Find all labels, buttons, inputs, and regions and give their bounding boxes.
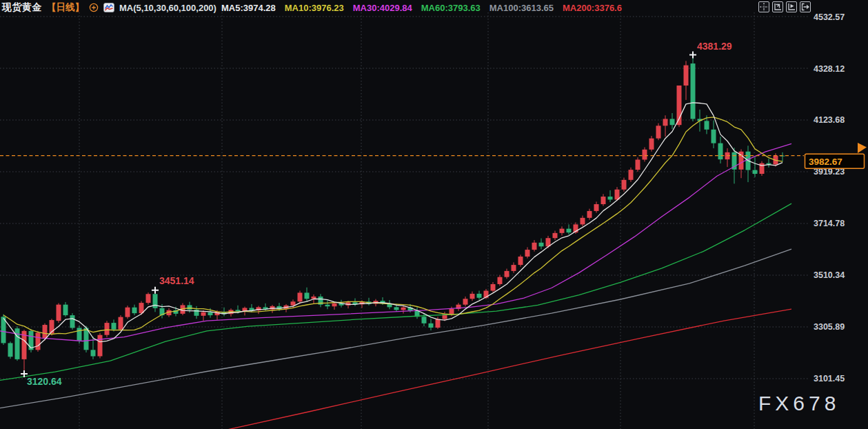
- candle-body: [436, 319, 441, 328]
- ma5-line: [3, 103, 783, 348]
- candle-body: [636, 159, 640, 170]
- candle-body: [325, 305, 330, 307]
- y-axis-label: 4328.12: [814, 64, 845, 74]
- chart-play-icon[interactable]: [786, 1, 797, 12]
- candle-body: [332, 303, 337, 306]
- candle-body: [401, 308, 406, 310]
- candle-body: [125, 308, 130, 317]
- export-right-icon[interactable]: [800, 1, 811, 12]
- candle-body: [236, 310, 241, 311]
- candle-body: [587, 211, 592, 218]
- cross-marker: [152, 287, 159, 294]
- candle-body: [560, 229, 565, 233]
- ma10-line: [3, 117, 783, 335]
- candle-body: [539, 243, 544, 247]
- ma-legend-item: MA200:3376.6: [563, 3, 622, 13]
- add-indicator-icon[interactable]: [89, 3, 99, 12]
- candle-body: [63, 305, 68, 315]
- candle-body: [84, 328, 89, 350]
- candle-body: [312, 297, 316, 299]
- candle-body: [146, 294, 151, 303]
- y-axis-label: 4123.68: [814, 115, 845, 125]
- candle-body: [670, 119, 675, 125]
- candle-body: [477, 294, 482, 298]
- candle-body: [291, 301, 296, 306]
- candle-body: [629, 170, 634, 180]
- ma-legend-item: MA100:3613.65: [489, 3, 554, 13]
- candle-body: [663, 119, 668, 126]
- chart-toolbar: [758, 1, 811, 12]
- candle-body: [132, 308, 137, 313]
- candle-body: [305, 292, 310, 299]
- price-annotation: 4381.29: [697, 41, 732, 52]
- y-axis-label: 3714.78: [814, 219, 845, 228]
- y-axis-label: 3510.34: [814, 270, 845, 280]
- crosshair-move-icon[interactable]: [758, 1, 769, 12]
- ma-legend: MA5:3974.28MA10:3976.23MA30:4029.84MA60:…: [221, 3, 623, 13]
- candle-body: [622, 180, 627, 190]
- candle-body: [91, 350, 96, 356]
- candle-body: [208, 312, 213, 315]
- candle-body: [525, 250, 530, 257]
- candle-body: [36, 332, 41, 350]
- chart-canvas[interactable]: 4532.574328.124123.683919.233714.783510.…: [0, 0, 868, 429]
- ma30-line: [0, 143, 791, 341]
- ma-legend-item: MA60:3793.63: [421, 3, 481, 13]
- ma-parameters-label: MA(5,10,30,60,100,200): [119, 3, 216, 13]
- candle-body: [643, 150, 647, 160]
- candle-body: [512, 265, 516, 271]
- candle-body: [201, 312, 206, 316]
- candle-body: [498, 277, 503, 284]
- candle-body: [8, 343, 13, 357]
- chart-header: 现货黄金 【日线】 MA(5,10,30,60,100,200) MA5:397…: [2, 0, 623, 15]
- candle-body: [491, 284, 496, 291]
- ma-legend-item: MA10:3976.23: [285, 3, 344, 13]
- candle-body: [422, 317, 427, 323]
- candle-body: [15, 328, 20, 359]
- candle-body: [608, 197, 613, 199]
- price-flag-icon: [858, 143, 867, 153]
- ma-legend-item: MA5:3974.28: [221, 3, 276, 13]
- symbol-title: 现货黄金: [2, 1, 42, 14]
- candle-body: [450, 309, 454, 314]
- candle-body: [567, 229, 572, 233]
- candle-body: [57, 305, 61, 321]
- candle-body: [581, 218, 585, 225]
- candle-body: [70, 315, 75, 328]
- candle-body: [43, 325, 48, 339]
- candle-body: [470, 294, 475, 299]
- candle-body: [705, 121, 709, 129]
- candle-body: [112, 323, 117, 330]
- y-axis-label: 3101.45: [814, 374, 845, 383]
- y-axis-label: 4532.57: [814, 12, 845, 22]
- candle-body: [98, 335, 103, 357]
- candle-body: [463, 299, 468, 304]
- candle-body: [105, 323, 110, 335]
- candle-body: [718, 143, 723, 159]
- watermark: FX678: [758, 392, 840, 415]
- candle-body: [518, 257, 523, 265]
- price-tag-label: 3982.67: [809, 157, 842, 167]
- candle-body: [188, 305, 192, 310]
- candle-body: [505, 271, 509, 277]
- y-axis-label: 3305.89: [814, 322, 845, 332]
- ma-legend-item: MA30:4029.84: [353, 3, 412, 13]
- mini-chart-logo-icon: [103, 3, 114, 12]
- timeframe-selector[interactable]: 【日线】: [47, 1, 84, 14]
- candle-body: [298, 292, 303, 301]
- candle-body: [394, 307, 399, 310]
- candle-body: [649, 139, 654, 150]
- candle-body: [77, 328, 82, 340]
- candle-body: [684, 66, 689, 86]
- candle-body: [119, 317, 123, 330]
- trading-chart-screen: 4532.574328.124123.683919.233714.783510.…: [0, 0, 868, 429]
- chart-axis-arrow-icon[interactable]: [772, 1, 783, 12]
- candle-body: [601, 197, 606, 204]
- candle-body: [553, 233, 558, 238]
- candle-body: [153, 294, 158, 308]
- candle-body: [711, 130, 716, 143]
- cross-marker: [689, 51, 696, 58]
- price-annotation: 3120.64: [27, 376, 62, 387]
- candle-body: [532, 243, 537, 250]
- candle-body: [753, 170, 758, 174]
